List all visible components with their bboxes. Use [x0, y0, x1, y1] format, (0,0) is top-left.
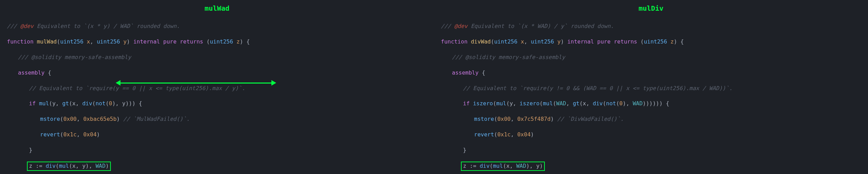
fn-kw-r: function: [441, 38, 467, 45]
zero-r: 0: [619, 100, 623, 107]
ret-type: uint256: [210, 38, 233, 45]
div-r: div: [593, 100, 603, 107]
if-kw: if: [29, 100, 36, 107]
y3-r: y: [536, 163, 540, 169]
left-highlight: z := div(mul(x, y), WAD): [27, 162, 111, 171]
x-r: x: [583, 100, 586, 107]
wad: WAD: [96, 163, 106, 169]
right-highlight: z := div(mul(x, WAD), y): [461, 162, 545, 171]
arrow-left-icon: [116, 80, 120, 86]
gt: gt: [62, 100, 69, 107]
wad-r: WAD: [556, 100, 566, 107]
mul2-r: mul: [493, 163, 503, 169]
revert-r: revert: [474, 131, 494, 138]
arrow-right-icon: [271, 80, 276, 86]
iszero2: iszero: [520, 100, 540, 107]
ret-type-r: uint256: [644, 38, 667, 45]
y: y: [52, 100, 56, 107]
revert-a1: 0x1c: [63, 131, 77, 138]
left-column: mulWad /// @dev Equivalent to `(x * y) /…: [0, 3, 434, 174]
gt-r: gt: [573, 100, 579, 107]
p1-type-r: uint256: [494, 38, 517, 45]
mul-r2: mul: [543, 100, 553, 107]
zvar: z: [29, 163, 32, 169]
not-r: not: [606, 100, 616, 107]
mstore-comment-r: // `DivWadFailed()`.: [557, 116, 624, 122]
iszero: iszero: [473, 100, 493, 107]
fn-name-r: divWad: [471, 38, 491, 45]
left-code: /// @dev Equivalent to `(x * y) / WAD` r…: [7, 15, 427, 174]
y3: y: [82, 163, 86, 169]
dev-tag: @dev: [20, 23, 34, 29]
mstore-r: mstore: [474, 116, 494, 122]
mstore-a2-r: 0x7c5f487d: [517, 116, 550, 122]
x2: x: [72, 163, 76, 169]
div2: div: [46, 163, 56, 169]
assign-op: :=: [36, 163, 42, 169]
revert: revert: [40, 131, 60, 138]
zvar-r: z: [463, 163, 466, 169]
require-comment-r: // Equivalent to `require(y != 0 && (WAD…: [463, 85, 732, 91]
dev-prefix: ///: [7, 23, 20, 29]
dev-prefix-r: ///: [441, 23, 454, 29]
fn-name: mulWad: [37, 38, 57, 45]
if-kw-r: if: [463, 100, 470, 107]
x2-r: x: [506, 163, 510, 169]
asm-kw-r: assembly: [452, 69, 479, 76]
ret-name-r: z: [671, 38, 674, 45]
mstore-a1: 0x00: [63, 116, 77, 122]
revert-a1-r: 0x1c: [497, 131, 511, 138]
inline-comment-r: /// @solidity memory-safe-assembly: [452, 54, 565, 60]
p1-name-r: x: [521, 38, 524, 45]
p2-name: y: [123, 38, 127, 45]
arrow-connector: [116, 79, 276, 86]
y-r: y: [510, 100, 513, 107]
p1-name: x: [87, 38, 90, 45]
dev-text: Equivalent to `(x * y) / WAD` rounded do…: [33, 23, 180, 29]
p2-name-r: y: [557, 38, 561, 45]
div2-r: div: [480, 163, 490, 169]
revert-a2-r: 0x04: [517, 131, 531, 138]
fn-kw: function: [7, 38, 33, 45]
dev-text-r: Equivalent to `(x * WAD) / y` rounded do…: [467, 23, 614, 29]
dev-tag-r: @dev: [454, 23, 468, 29]
inline-comment: /// @solidity memory-safe-assembly: [18, 54, 131, 60]
right-title: mulDiv: [441, 3, 861, 13]
mul-r: mul: [496, 100, 506, 107]
p2-type-r: uint256: [531, 38, 554, 45]
assign-op-r: :=: [470, 163, 476, 169]
mstore-comment: // `MulWadFailed()`.: [123, 116, 190, 122]
wad-r2: WAD: [633, 100, 643, 107]
wad-r3: WAD: [516, 163, 526, 169]
ret-name: z: [237, 38, 240, 45]
mstore-a1-r: 0x00: [497, 116, 511, 122]
mstore: mstore: [40, 116, 60, 122]
asm-kw: assembly: [18, 69, 45, 76]
right-code: /// @dev Equivalent to `(x * WAD) / y` r…: [441, 15, 861, 174]
p1-type: uint256: [60, 38, 83, 45]
revert-a2: 0x04: [83, 131, 97, 138]
x: x: [72, 100, 76, 107]
mul: mul: [39, 100, 49, 107]
modifiers-r: internal pure returns: [567, 38, 637, 45]
not: not: [96, 100, 106, 107]
mstore-a2: 0xbac65e5b: [83, 116, 116, 122]
div: div: [82, 100, 92, 107]
left-title: mulWad: [7, 3, 427, 13]
arrow-line: [120, 83, 271, 84]
y2: y: [122, 100, 126, 107]
modifiers: internal pure returns: [133, 38, 203, 45]
mul2: mul: [59, 163, 69, 169]
zero: 0: [109, 100, 112, 107]
right-column: mulDiv /// @dev Equivalent to `(x * WAD)…: [434, 3, 868, 174]
p2-type: uint256: [97, 38, 120, 45]
